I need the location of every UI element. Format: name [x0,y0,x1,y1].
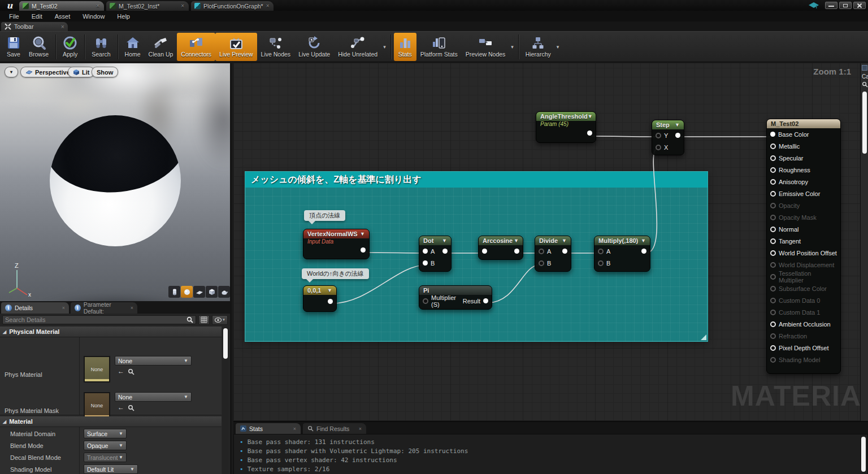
preview-nodes-dropdown-icon[interactable]: ▾ [509,44,515,50]
menu-window[interactable]: Window [77,12,110,21]
pin-tangent[interactable] [770,238,776,244]
browse-to-asset-icon[interactable] [128,405,134,411]
close-tab-icon[interactable]: × [181,3,184,9]
material-pin-row[interactable]: Normal [767,223,840,235]
sphere-preview-button[interactable] [181,286,193,298]
search-button[interactable]: Search [88,33,114,61]
output-pin[interactable] [483,298,488,303]
comment-bubble-vertex-normal[interactable]: 頂点の法線 [304,210,345,221]
output-pin[interactable] [562,249,567,254]
node-vertex-normal-ws[interactable]: VertexNormalWS▼ Input Data [303,229,370,259]
apply-button[interactable]: Apply [59,33,81,61]
input-pin-x[interactable] [656,145,661,150]
maximize-button[interactable] [839,2,852,9]
material-pin-row[interactable]: Specular [767,152,840,164]
output-pin[interactable] [442,249,448,254]
show-menu-button[interactable]: Show [92,67,118,77]
save-button[interactable]: Save [2,33,25,61]
use-selected-arrow-icon[interactable]: ← [118,367,124,375]
input-pin-b[interactable] [423,260,428,266]
pin-anisotropy[interactable] [770,179,776,185]
live-nodes-button[interactable]: Live Nodes [257,33,295,61]
cube-preview-button[interactable] [206,286,218,298]
input-pin-a[interactable] [423,249,428,254]
comment-resize-handle[interactable] [701,334,706,340]
live-preview-button[interactable]: Live Preview [215,33,257,61]
asset-tab-plotfunctionongraph[interactable]: PlotFunctionOnGraph* × [191,1,274,11]
menu-edit[interactable]: Edit [26,12,48,21]
material-section-header[interactable]: ◢ Material [0,416,222,427]
blend-mode-dropdown[interactable]: Opaque▼ [84,441,127,450]
node-header[interactable]: Arccosine▼ [479,236,523,245]
phys-material-mask-thumbnail[interactable]: None [84,392,110,419]
close-tab-icon[interactable]: × [96,3,99,9]
parameter-defaults-tab[interactable]: i Parameter Default: × [71,302,137,314]
node-header[interactable]: Dot▼ [419,236,451,245]
input-pin-b[interactable] [598,260,604,266]
close-tab-icon[interactable]: × [61,23,64,30]
find-results-tab[interactable]: Find Results × [303,423,366,434]
details-scrollbar-thumb[interactable] [223,328,228,359]
node-constant-001[interactable]: 0,0,1▼ [303,285,337,312]
input-pin-y[interactable] [656,133,661,138]
output-pin[interactable] [514,249,519,254]
plane-preview-button[interactable] [193,286,205,298]
close-tab-icon[interactable]: × [293,426,296,432]
hierarchy-dropdown-icon[interactable]: ▾ [555,44,561,50]
palette-scrollbar-thumb[interactable] [862,92,867,154]
material-pin-row[interactable]: Roughness [767,164,840,176]
output-pin[interactable] [675,133,680,138]
close-tab-icon[interactable]: × [359,426,362,432]
viewport-options-dropdown[interactable]: ▾ [5,67,18,77]
node-header[interactable]: M_Test02 [767,119,840,128]
connectors-button[interactable]: Connectors [177,33,215,61]
use-selected-arrow-icon[interactable]: ← [118,403,124,411]
material-pin-row[interactable]: Ambient Occlusion [767,318,840,330]
palette-strip[interactable]: Ca [860,63,868,421]
output-pin[interactable] [587,131,592,136]
comment-bubble-world-up[interactable]: Worldの↑向きの法線 [302,268,369,279]
material-pin-row[interactable]: Emissive Color [767,188,840,199]
material-pin-row[interactable]: Tangent [767,235,840,247]
output-pin[interactable] [361,247,366,253]
property-matrix-button[interactable] [198,315,210,325]
platform-stats-button[interactable]: Platform Stats [416,33,462,61]
input-pin[interactable] [482,249,487,254]
stats-tab[interactable]: Stats × [236,423,301,434]
node-angle-threshold[interactable]: AngleThreshold▼ Param (45) [536,111,596,143]
menu-file[interactable]: File [3,12,25,21]
search-details-input[interactable]: Search Details [2,315,196,324]
menu-help[interactable]: Help [111,12,136,21]
material-graph-canvas[interactable]: Zoom 1:1 MATERIAL メッシュの傾斜を、Z軸を基準に割り出す 頂点… [233,63,860,421]
stats-button[interactable]: Stats [394,33,416,61]
custom-mesh-preview-button[interactable] [218,286,230,298]
node-header[interactable]: VertexNormalWS▼ [303,229,369,238]
pin-pixel-depth-offset[interactable] [770,345,776,351]
output-pin[interactable] [328,299,333,304]
cylinder-preview-button[interactable] [168,286,180,298]
pin-normal[interactable] [770,227,776,232]
asset-tab-m-test02-inst[interactable]: M_Test02_Inst* × [106,1,189,11]
node-header[interactable]: Multiply(,180)▼ [594,236,650,245]
phys-material-thumbnail[interactable]: None [84,356,110,382]
preview-nodes-button[interactable]: Preview Nodes [462,33,510,61]
preview-viewport[interactable]: ▾ Perspective Lit Show Z x [0,63,232,301]
minimize-button[interactable] [825,2,837,9]
node-header[interactable]: Step▼ [652,120,684,129]
pin-emissive-color[interactable] [770,191,776,197]
hide-unrelated-button[interactable]: Hide Unrelated [334,33,381,61]
asset-tab-m-test02[interactable]: M_Test02 × [19,1,104,11]
live-update-button[interactable]: Live Update [294,33,334,61]
material-pin-row[interactable]: Pixel Depth Offset [767,342,840,354]
lit-mode-button[interactable]: Lit [68,67,94,77]
pin-world-position-offset[interactable] [770,250,776,256]
close-tab-icon[interactable]: × [62,305,65,311]
close-button[interactable] [853,2,866,9]
pin-roughness[interactable] [770,167,776,173]
pin-ambient-occlusion[interactable] [770,321,776,327]
pin-metallic[interactable] [770,143,776,149]
input-pin-multiplier[interactable] [423,298,428,304]
toolbar-tab[interactable]: Toolbar × [1,22,68,31]
node-pi[interactable]: Pi Multiplier (S)Result [419,285,492,310]
pin-base-color[interactable] [770,132,775,137]
